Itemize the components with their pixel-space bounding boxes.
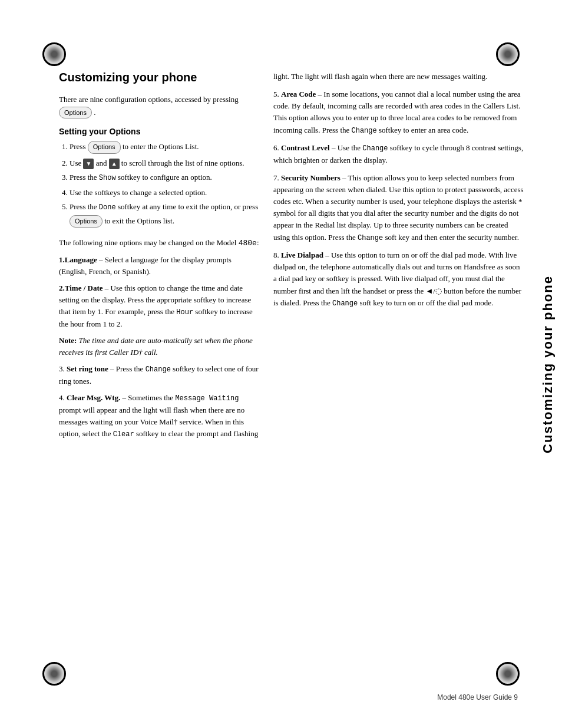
arrow-up-icon: ▲: [109, 159, 120, 169]
section-contrast: 6. Contrast Level – Use the Change softk…: [273, 142, 524, 166]
section4-continuation: light. The light will flash again when t…: [273, 71, 524, 83]
section-live-dialpad: 8. Live Dialpad – Use this option to tur…: [273, 249, 524, 309]
step-1: Press Options to enter the Options List.: [70, 140, 259, 155]
options-btn-step1: Options: [88, 141, 121, 154]
done-softkey: Done: [99, 203, 116, 212]
section-ring-tone: 3. Set ring tone – Press the Change soft…: [59, 363, 259, 387]
section-security-numbers: 7. Security Numbers – This option allows…: [273, 172, 524, 243]
step-4: Use the softkeys to change a selected op…: [70, 187, 259, 199]
section-language: 1.Language – Select a language for the d…: [59, 254, 259, 278]
step-2: Use ▼ and ▲ to scroll through the list o…: [70, 157, 259, 170]
options-button-intro: Options: [59, 107, 92, 119]
steps-list: Press Options to enter the Options List.…: [59, 140, 259, 229]
intro-text: There are nine configuration options, ac…: [59, 94, 259, 120]
options-btn-step5: Options: [70, 215, 103, 228]
show-softkey: Show: [99, 174, 116, 182]
arrow-down-icon: ▼: [83, 159, 94, 169]
following-nine-text: The following nine options may be change…: [59, 237, 259, 249]
note-time-date: Note: The time and date are auto-matical…: [59, 335, 259, 358]
section-area-code: 5. Area Code – In some locations, you ca…: [273, 88, 524, 136]
page-title: Customizing your phone: [59, 71, 259, 84]
corner-decoration-tl: [42, 42, 66, 66]
corner-decoration-tr: [496, 42, 520, 66]
right-column: light. The light will flash again when t…: [273, 71, 524, 681]
content-wrapper: Customizing your phone There are nine co…: [59, 71, 524, 681]
section-time-date: 2.Time / Date – Use this option to chang…: [59, 282, 259, 330]
step-5: Press the Done softkey at any time to ex…: [70, 201, 259, 229]
page-footer: Model 480e User Guide 9: [437, 693, 518, 701]
side-text: Customizing your phone: [540, 275, 556, 453]
side-decoration: Customizing your phone: [534, 0, 562, 728]
section-clear-msg: 4. Clear Msg. Wtg. – Sometimes the Messa…: [59, 392, 259, 440]
left-column: Customizing your phone There are nine co…: [59, 71, 259, 681]
step-3: Press the Show softkey to configure an o…: [70, 172, 259, 184]
setting-options-heading: Setting your Options: [59, 127, 259, 136]
